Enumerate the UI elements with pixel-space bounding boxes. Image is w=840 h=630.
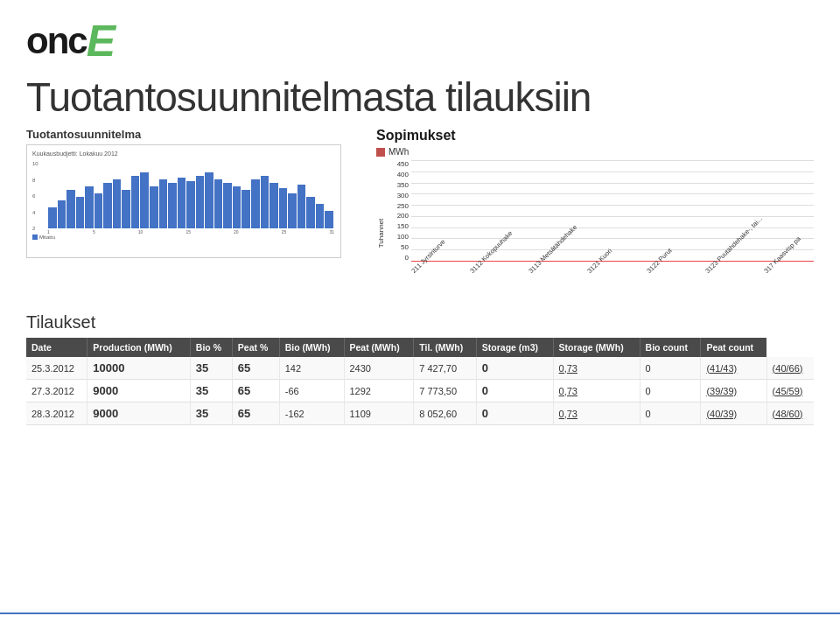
mini-chart-yaxis: 108642 <box>32 161 38 231</box>
cell-storage-m3-2: 0 <box>476 402 553 425</box>
page-title: Tuotantosuunnitelmasta tilauksiin <box>0 66 840 121</box>
bottom-line <box>0 612 840 614</box>
mini-chart-footer: Mitattu <box>32 234 335 240</box>
cell-til-mwh-0: 7 427,70 <box>414 357 477 380</box>
cell-bio-count-1[interactable]: (39/39) <box>701 380 766 402</box>
cell-peat-pct-1: 65 <box>232 380 279 402</box>
cell-bio-count-0[interactable]: (41/43) <box>701 357 766 380</box>
cell-date-1: 27.3.2012 <box>26 380 88 402</box>
cell-peat-count-1[interactable]: (45/59) <box>766 380 814 402</box>
cell-production-2: 9000 <box>88 402 191 425</box>
content-area: Tuotantosuunnitelma Kuukausbudjetti: Lok… <box>0 121 840 307</box>
sopimukset-chart: Tuhannet 450 400 350 300 250 200 150 100… <box>376 158 814 307</box>
sop-y-axis: 450 400 350 300 250 200 150 100 50 0 <box>387 158 411 307</box>
cell-storage-mwh2-1: 0 <box>640 380 701 402</box>
cell-bio-mwh-2: -162 <box>279 402 344 425</box>
tilaukset-section: Tilaukset Date Production (MWh) Bio % Pe… <box>0 307 840 425</box>
cell-production-0: 10000 <box>88 357 191 380</box>
cell-peat-count-0[interactable]: (40/66) <box>766 357 814 380</box>
mini-chart-xlabels: 151015202531 <box>46 229 335 234</box>
table-row: 25.3.2012 10000 35 65 142 2430 7 427,70 … <box>26 357 814 380</box>
cell-peat-pct-2: 65 <box>232 402 279 425</box>
mini-chart: Kuukausbudjetti: Lokakuu 2012 108642 <box>26 144 341 258</box>
cell-date-2: 28.3.2012 <box>26 402 88 425</box>
cell-storage-mwh-link-0[interactable]: 0,73 <box>553 357 640 380</box>
cell-production-1: 9000 <box>88 380 191 402</box>
cell-peat-mwh-2: 1109 <box>344 402 414 425</box>
col-production: Production (MWh) <box>88 338 191 357</box>
table-row: 27.3.2012 9000 35 65 -66 1292 7 773,50 0… <box>26 380 814 402</box>
sop-y-label: Tuhannet <box>378 218 386 248</box>
sopimukset-title: Sopimukset <box>376 128 814 144</box>
col-peat-pct: Peat % <box>232 338 279 357</box>
left-section-label: Tuotantosuunnitelma <box>26 128 359 141</box>
right-panel: Sopimukset MWh Tuhannet 450 400 350 300 … <box>376 128 814 307</box>
col-bio-count: Bio count <box>640 338 701 357</box>
cell-bio-mwh-0: 142 <box>279 357 344 380</box>
cell-storage-m3-0: 0 <box>476 357 553 380</box>
cell-storage-mwh2-0: 0 <box>640 357 701 380</box>
data-table: Date Production (MWh) Bio % Peat % Bio (… <box>26 338 814 425</box>
cell-bio-count-2[interactable]: (40/39) <box>701 402 766 425</box>
tilaukset-title: Tilaukset <box>26 312 814 332</box>
logo: oncE <box>26 16 114 66</box>
cell-til-mwh-1: 7 773,50 <box>414 380 477 402</box>
sop-bars-area: 211 Jyrsinturve 3112 Kokopuuhake 3113 Me… <box>411 158 814 307</box>
legend-mwh-dot <box>376 148 385 157</box>
cell-bio-pct-0: 35 <box>190 357 232 380</box>
logo-onc: onc <box>26 20 87 62</box>
cell-peat-mwh-1: 1292 <box>344 380 414 402</box>
col-storage-mwh: Storage (MWh) <box>553 338 640 357</box>
sop-gridlines <box>411 160 814 262</box>
col-bio-pct: Bio % <box>190 338 232 357</box>
mini-chart-bars <box>46 158 335 228</box>
cell-peat-count-2[interactable]: (48/60) <box>766 402 814 425</box>
cell-til-mwh-2: 8 052,60 <box>414 402 477 425</box>
col-date: Date <box>26 338 88 357</box>
cell-bio-pct-2: 35 <box>190 402 232 425</box>
cell-peat-pct-0: 65 <box>232 357 279 380</box>
sopimukset-legend: MWh <box>376 147 814 157</box>
col-storage-m3: Storage (m3) <box>476 338 553 357</box>
header: oncE <box>0 0 840 66</box>
legend-mwh-label: MWh <box>388 147 409 157</box>
cell-storage-m3-1: 0 <box>476 380 553 402</box>
col-peat-count: Peat count <box>701 338 766 357</box>
col-bio-mwh: Bio (MWh) <box>279 338 344 357</box>
logo-e: E <box>87 16 114 66</box>
col-peat-mwh: Peat (MWh) <box>344 338 414 357</box>
cell-storage-mwh-link-2[interactable]: 0,73 <box>553 402 640 425</box>
cell-peat-mwh-0: 2430 <box>344 357 414 380</box>
table-row: 28.3.2012 9000 35 65 -162 1109 8 052,60 … <box>26 402 814 425</box>
left-panel: Tuotantosuunnitelma Kuukausbudjetti: Lok… <box>26 128 359 307</box>
cell-storage-mwh-link-1[interactable]: 0,73 <box>553 380 640 402</box>
cell-bio-mwh-1: -66 <box>279 380 344 402</box>
table-header-row: Date Production (MWh) Bio % Peat % Bio (… <box>26 338 814 357</box>
cell-date-0: 25.3.2012 <box>26 357 88 380</box>
mini-chart-title: Kuukausbudjetti: Lokakuu 2012 <box>32 150 335 157</box>
cell-bio-pct-1: 35 <box>190 380 232 402</box>
col-til-mwh: Til. (MWh) <box>414 338 477 357</box>
cell-storage-mwh2-2: 0 <box>640 402 701 425</box>
